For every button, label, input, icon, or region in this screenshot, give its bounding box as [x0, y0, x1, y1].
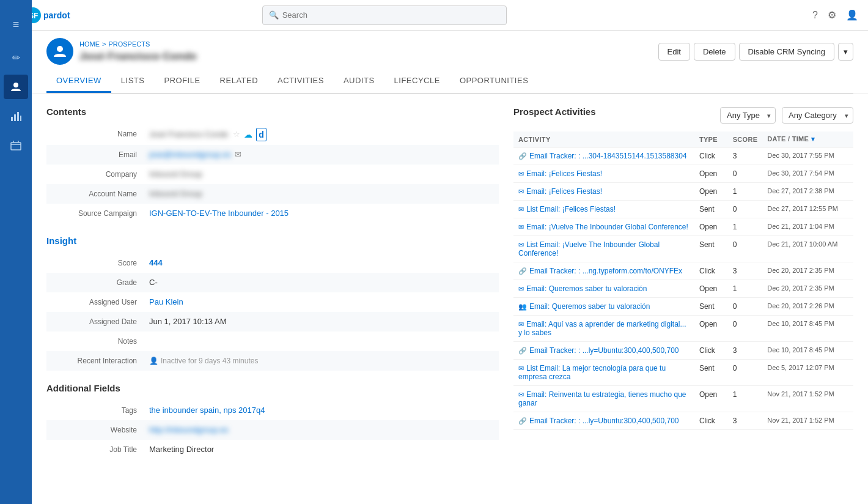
activity-link[interactable]: Email: ¡Felices Fiestas! [526, 187, 602, 196]
contents-title: Contents [46, 106, 499, 117]
activity-link[interactable]: Email Tracker: : ...ly=Ubuntu:300,400,50… [529, 417, 679, 425]
activities-tbody: 🔗Email Tracker: : ...304-1843515144.1513… [513, 147, 853, 430]
field-notes-label: Notes [46, 332, 144, 351]
activity-link[interactable]: Email: ¡Vuelve The Inbounder Global Conf… [526, 223, 688, 231]
activity-link[interactable]: List Email: ¡Felices Fiestas! [526, 205, 616, 213]
source-campaign-link[interactable]: IGN-GEN-TO-EV-The Inbounder - 2015 [149, 209, 289, 218]
field-website-value: http://inboundgroup.es [144, 420, 499, 440]
activity-link[interactable]: Email: ¡Felices Fiestas! [526, 169, 602, 178]
score-cell: 0 [728, 201, 763, 218]
field-job-title-value: Marketing Director [144, 440, 499, 459]
field-tags-label: Tags [46, 401, 144, 420]
activities-filters: Any Type Email Click Open Sent Any Categ… [720, 107, 853, 124]
search-bar[interactable]: 🔍 [262, 6, 507, 25]
activity-cell: 🔗Email Tracker: : ...ly=Ubuntu:300,400,5… [513, 342, 694, 360]
avatar [46, 38, 73, 65]
score-cell: 1 [728, 280, 763, 298]
activity-link[interactable]: List Email: ¡Vuelve The Inbounder Global… [518, 240, 660, 258]
table-row: ✉Email: ¡Felices Fiestas! Open 0 Dec 30,… [513, 165, 853, 183]
header-actions: Edit Delete Disable CRM Syncing ▾ [658, 43, 853, 61]
activity-cell: 🔗Email Tracker: : ...ng.typeform.com/to/… [513, 262, 694, 280]
field-name-row: Name José Francisco Conde ☆ ☁ d [46, 124, 499, 145]
mail-icon: ✉ [518, 223, 524, 231]
type-filter[interactable]: Any Type Email Click Open Sent [720, 107, 776, 124]
field-company-label: Company [46, 165, 144, 184]
salesforce-icon[interactable]: ☁ [244, 128, 252, 141]
activity-link[interactable]: Email: Reinventa tu estrategia, tienes m… [518, 390, 686, 407]
field-grade-value: C- [144, 273, 499, 292]
field-email-label: Email [46, 145, 144, 165]
mail-icon: ✉ [518, 321, 524, 328]
insight-title: Insight [46, 235, 499, 246]
user-icon[interactable]: 👤 [846, 9, 858, 21]
field-assigned-user-row: Assigned User Pau Klein [46, 292, 499, 312]
sidebar-item-reports[interactable] [4, 104, 28, 128]
activity-link[interactable]: Email Tracker: : ...304-1843515144.15135… [529, 152, 687, 160]
sidebar-item-prospects[interactable] [4, 75, 28, 99]
field-account-row: Account Name Inbound Group [46, 184, 499, 204]
tab-activities[interactable]: ACTIVITIES [268, 70, 334, 93]
activity-link[interactable]: Email Tracker: : ...ng.typeform.com/to/O… [529, 267, 682, 275]
datetime-cell: Dec 21, 2017 10:00 AM [762, 236, 853, 262]
type-cell: Open [694, 218, 728, 236]
tab-lists[interactable]: LISTS [111, 70, 155, 93]
search-input[interactable] [282, 10, 500, 20]
insight-grid: Score 444 Grade C- Assigned User Pau Kle… [46, 253, 499, 371]
field-source-campaign-label: Source Campaign [46, 204, 144, 223]
mail-icon: ✉ [518, 391, 524, 398]
activity-link[interactable]: List Email: La mejor tecnología para que… [518, 364, 666, 381]
prospect-activities-title: Prospect Activities [513, 106, 596, 117]
email-icon[interactable]: ✉ [235, 149, 241, 161]
breadcrumb-home[interactable]: HOME [79, 40, 100, 48]
field-source-campaign-row: Source Campaign IGN-GEN-TO-EV-The Inboun… [46, 204, 499, 223]
activity-link[interactable]: Email: Queremos saber tu valoración [526, 284, 647, 293]
help-icon[interactable]: ? [812, 10, 818, 21]
breadcrumb-section[interactable]: PROSPECTS [108, 40, 150, 48]
delete-button[interactable]: Delete [694, 43, 735, 61]
user-activity-icon: 👥 [518, 303, 527, 310]
field-assigned-date-row: Assigned Date Jun 1, 2017 10:13 AM [46, 312, 499, 332]
tab-profile[interactable]: PROFILE [154, 70, 210, 93]
logo: SF pardot [24, 6, 97, 24]
field-recent-interaction-value: 👤 Inactive for 9 days 43 minutes [144, 351, 499, 371]
field-company-value: Inbound Group [144, 165, 499, 184]
datetime-cell: Nov 21, 2017 1:52 PM [762, 386, 853, 412]
top-navigation: ≡ SF pardot 🔍 ? ⚙ 👤 [0, 0, 868, 31]
actions-dropdown-button[interactable]: ▾ [838, 43, 853, 61]
activity-link[interactable]: Email Tracker: : ...ly=Ubuntu:300,400,50… [529, 346, 679, 355]
datetime-cell: Dec 27, 2017 2:38 PM [762, 183, 853, 201]
d-icon[interactable]: d [256, 128, 267, 141]
main-wrapper: HOME > PROSPECTS José Francisco Conde Ed… [32, 31, 868, 504]
sidebar-item-menu[interactable]: ≡ [4, 12, 28, 37]
mail-icon: ✉ [518, 188, 524, 195]
website-blurred: http://inboundgroup.es [149, 425, 228, 434]
settings-icon[interactable]: ⚙ [828, 9, 836, 21]
type-cell: Sent [694, 201, 728, 218]
field-name-value: José Francisco Conde ☆ ☁ d [144, 124, 499, 145]
category-filter[interactable]: Any Category Email Form Landing Page [782, 107, 853, 124]
datetime-cell: Dec 10, 2017 8:45 PM [762, 316, 853, 342]
tab-lifecycle[interactable]: LIFECYCLE [384, 70, 450, 93]
sidebar-item-campaigns[interactable] [4, 133, 28, 158]
activity-cell: ✉Email: ¡Felices Fiestas! [513, 183, 694, 201]
type-filter-wrapper: Any Type Email Click Open Sent [720, 107, 776, 124]
link-icon: 🔗 [518, 347, 527, 354]
star-icon[interactable]: ☆ [233, 128, 240, 141]
activity-link[interactable]: Email: Aquí vas a aprender de marketing … [518, 320, 686, 337]
sidebar-item-edit[interactable]: ✏ [4, 45, 28, 70]
tab-audits[interactable]: AUDITS [334, 70, 384, 93]
activity-link[interactable]: Email: Queremos saber tu valoración [529, 302, 650, 311]
edit-button[interactable]: Edit [658, 43, 690, 61]
prospect-name-blurred: José Francisco Conde [149, 128, 228, 141]
assigned-user-link[interactable]: Pau Klein [149, 297, 183, 306]
th-datetime[interactable]: DATE / TIME ▾ [762, 132, 853, 147]
disable-crm-button[interactable]: Disable CRM Syncing [739, 43, 834, 61]
tab-opportunities[interactable]: OPPORTUNITIES [450, 70, 538, 93]
pardot-logo: SF pardot [24, 6, 97, 24]
sort-arrow: ▾ [811, 135, 815, 143]
tab-related[interactable]: RELATED [210, 70, 268, 93]
activities-header: Prospect Activities Any Type Email Click… [513, 106, 853, 124]
sidebar: ≡ ✏ [0, 0, 32, 504]
datetime-cell: Dec 21, 2017 1:04 PM [762, 218, 853, 236]
tab-overview[interactable]: OVERVIEW [46, 70, 111, 93]
